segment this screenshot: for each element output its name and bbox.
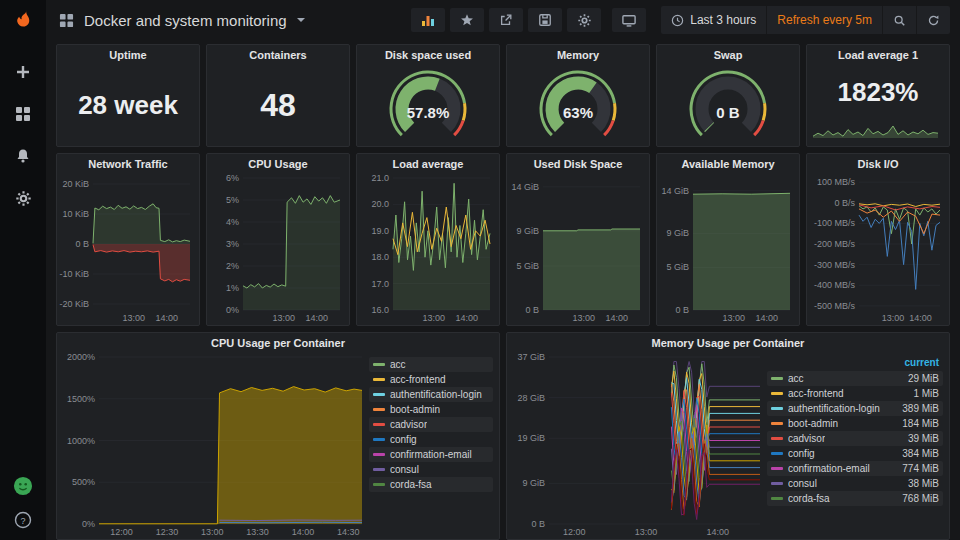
svg-text:9 GiB: 9 GiB xyxy=(522,478,545,488)
refresh-interval-button[interactable]: Refresh every 5m xyxy=(767,6,883,34)
svg-text:0 B: 0 B xyxy=(531,519,545,529)
refresh-dashboard-button[interactable] xyxy=(917,6,950,34)
panel-used-disk-space: Used Disk Space 14 GiB9 GiB5 GiB0 B13:00… xyxy=(506,153,650,326)
legend-label: corda-fsa xyxy=(788,493,830,504)
user-avatar[interactable] xyxy=(13,476,33,496)
network-traffic-chart[interactable]: 20 KiB10 KiB0 B-10 KiB-20 KiB13:0014:00 xyxy=(59,174,195,323)
svg-text:18.0: 18.0 xyxy=(371,252,389,262)
legend-label: consul xyxy=(788,478,817,489)
legend-item[interactable]: corda-fsa xyxy=(369,477,493,492)
share-button[interactable] xyxy=(489,8,523,32)
legend-item[interactable]: confirmation-email xyxy=(369,447,493,462)
legend-item[interactable]: boot-admin184 MiB xyxy=(767,416,943,431)
svg-text:14:00: 14:00 xyxy=(305,313,328,323)
legend-item[interactable]: config xyxy=(369,432,493,447)
dashboard: Uptime 28 week Containers 48 Disk space … xyxy=(46,40,960,540)
legend-item[interactable]: corda-fsa768 MiB xyxy=(767,491,943,506)
svg-text:3%: 3% xyxy=(226,239,239,249)
grafana-logo[interactable] xyxy=(13,8,33,28)
memory-gauge: 63% xyxy=(507,65,649,146)
help-icon[interactable]: ? xyxy=(13,510,33,530)
refresh-icon xyxy=(927,14,940,27)
panel-title[interactable]: CPU Usage per Container xyxy=(57,333,499,353)
panel-title[interactable]: CPU Usage xyxy=(207,154,349,174)
dashboard-picker-grid-icon[interactable] xyxy=(56,10,76,30)
legend-item[interactable]: authentification-login xyxy=(369,387,493,402)
svg-text:0 B: 0 B xyxy=(675,305,689,315)
legend-item[interactable]: confirmation-email774 MiB xyxy=(767,461,943,476)
legend-item[interactable]: consul xyxy=(369,462,493,477)
alerting-bell-icon[interactable] xyxy=(13,146,33,166)
memory-legend: current acc29 MiBacc-frontend1 MiBauthen… xyxy=(765,353,947,537)
used-disk-space-chart[interactable]: 14 GiB9 GiB5 GiB0 B13:0014:00 xyxy=(509,174,645,323)
panel-containers: Containers 48 xyxy=(206,44,350,147)
series-color-swatch xyxy=(373,453,385,456)
legend-item[interactable]: authentification-login389 MiB xyxy=(767,401,943,416)
cpu-per-container-chart[interactable]: 2000%1500%1000%500%0%12:0012:3013:0013:3… xyxy=(59,353,367,537)
series-color-swatch xyxy=(373,423,385,426)
panel-title[interactable]: Memory Usage per Container xyxy=(507,333,949,353)
legend-item[interactable]: acc xyxy=(369,357,493,372)
legend-value: 768 MiB xyxy=(902,493,939,504)
panel-title[interactable]: Load average 1 xyxy=(807,45,949,65)
panel-title[interactable]: Containers xyxy=(207,45,349,65)
panel-title[interactable]: Disk I/O xyxy=(807,154,949,174)
available-memory-chart[interactable]: 14 GiB9 GiB5 GiB0 B13:0014:00 xyxy=(659,174,795,323)
svg-text:-500 MB/s: -500 MB/s xyxy=(814,301,856,311)
svg-text:21.0: 21.0 xyxy=(371,174,389,183)
sidebar: ? xyxy=(0,0,46,540)
legend-item[interactable]: cadvisor39 MiB xyxy=(767,431,943,446)
series-color-swatch xyxy=(373,438,385,441)
series-color-swatch xyxy=(771,467,783,470)
panel-title[interactable]: Available Memory xyxy=(657,154,799,174)
create-plus-icon[interactable] xyxy=(13,62,33,82)
legend-item[interactable]: acc29 MiB xyxy=(767,371,943,386)
svg-text:0%: 0% xyxy=(226,305,239,315)
title-caret-down-icon[interactable] xyxy=(297,18,305,22)
svg-text:14:00: 14:00 xyxy=(707,527,730,537)
dashboard-settings-gear-icon[interactable] xyxy=(567,8,601,32)
zoom-out-button[interactable] xyxy=(883,6,917,34)
svg-text:6%: 6% xyxy=(226,174,239,183)
legend-item[interactable]: consul38 MiB xyxy=(767,476,943,491)
svg-text:13:00: 13:00 xyxy=(882,313,905,323)
series-color-swatch xyxy=(373,393,385,396)
panel-title[interactable]: Disk space used xyxy=(357,45,499,65)
panel-title[interactable]: Used Disk Space xyxy=(507,154,649,174)
legend-item[interactable]: cadvisor xyxy=(369,417,493,432)
legend-value: 774 MiB xyxy=(902,463,939,474)
panel-title[interactable]: Swap xyxy=(657,45,799,65)
svg-text:500%: 500% xyxy=(72,477,95,487)
panel-title[interactable]: Uptime xyxy=(57,45,199,65)
series-color-swatch xyxy=(771,392,783,395)
memory-per-container-chart[interactable]: 37 GiB28 GiB19 GiB9 GiB0 B12:0013:0014:0… xyxy=(509,353,765,537)
panel-disk-io: Disk I/O 100 MB/s0 B/s-100 MB/s-200 MB/s… xyxy=(806,153,950,326)
svg-text:14:00: 14:00 xyxy=(605,313,628,323)
disk-io-chart[interactable]: 100 MB/s0 B/s-100 MB/s-200 MB/s-300 MB/s… xyxy=(809,174,945,323)
page-title[interactable]: Docker and system monitoring xyxy=(84,12,287,29)
save-button[interactable] xyxy=(528,8,562,32)
uptime-value: 28 week xyxy=(57,65,199,146)
svg-text:20.0: 20.0 xyxy=(371,200,389,210)
dashboards-icon[interactable] xyxy=(13,104,33,124)
panel-title[interactable]: Network Traffic xyxy=(57,154,199,174)
legend-current-header: current xyxy=(767,357,943,371)
panel-title[interactable]: Load average xyxy=(357,154,499,174)
tv-kiosk-mode-button[interactable] xyxy=(612,8,646,32)
disk-space-gauge: 57.8% xyxy=(357,65,499,146)
svg-text:12:00: 12:00 xyxy=(563,527,586,537)
legend-item[interactable]: acc-frontend xyxy=(369,372,493,387)
series-color-swatch xyxy=(373,483,385,486)
cpu-usage-chart[interactable]: 6%5%4%3%2%1%0%13:0014:00 xyxy=(209,174,345,323)
panel-title[interactable]: Memory xyxy=(507,45,649,65)
legend-item[interactable]: config384 MiB xyxy=(767,446,943,461)
legend-item[interactable]: acc-frontend1 MiB xyxy=(767,386,943,401)
legend-item[interactable]: boot-admin xyxy=(369,402,493,417)
star-button[interactable] xyxy=(450,8,484,32)
legend-value: 29 MiB xyxy=(908,373,939,384)
time-range-button[interactable]: Last 3 hours xyxy=(661,6,767,34)
time-range-label: Last 3 hours xyxy=(690,13,756,27)
load-average-chart[interactable]: 21.020.019.018.017.016.013:0014:00 xyxy=(359,174,495,323)
add-panel-button[interactable] xyxy=(411,8,445,32)
configuration-gear-icon[interactable] xyxy=(13,188,33,208)
